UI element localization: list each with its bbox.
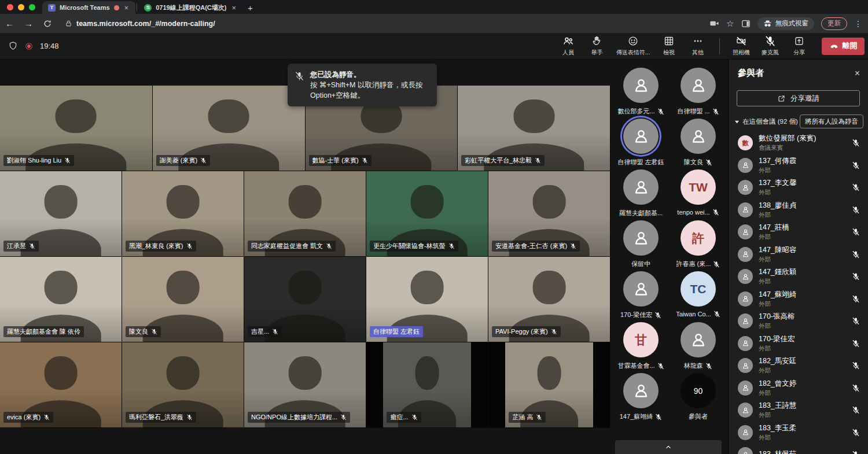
participant-mute-indicator[interactable] (852, 339, 860, 348)
minimize-window-button[interactable] (18, 4, 24, 10)
toast-line3: Option+空格鍵。 (310, 90, 422, 101)
video-tile[interactable]: 瑪利亞磐石_洪翠薇 (122, 342, 244, 428)
view-button[interactable]: 檢視 (656, 34, 682, 58)
participant-mute-indicator[interactable] (852, 317, 860, 325)
close-panel-icon[interactable]: × (855, 68, 860, 79)
participant-row[interactable]: 182_馬安廷 外部 (729, 355, 868, 377)
raise-hand-button[interactable]: 舉手 (584, 34, 610, 58)
camera-button[interactable]: 照相機 (728, 34, 755, 58)
browser-menu-icon[interactable]: ⋮ (854, 19, 862, 28)
browser-update-button[interactable]: 更新 (821, 17, 847, 30)
video-tile[interactable]: 自律聯盟 左君鈺 (366, 257, 488, 342)
tab-course-qa[interactable]: S 0719線上課程QA(C場次) × (138, 1, 243, 14)
participant-mute-indicator[interactable] (852, 250, 860, 259)
maximize-window-button[interactable] (29, 4, 35, 10)
audio-participant[interactable]: 數位部多元... (613, 68, 669, 119)
url-field[interactable]: teams.microsoft.com/_#/modern-calling/ (65, 20, 709, 28)
participant-mute-indicator[interactable] (852, 429, 860, 437)
participant-mute-indicator[interactable] (852, 183, 860, 191)
mute-all-button[interactable]: 將所有人設為靜音 (800, 115, 863, 128)
video-tile[interactable]: NGO/NPO線上數據培力課程... (244, 342, 366, 428)
participant-row[interactable]: 147_鍾欣穎 外部 (729, 265, 868, 288)
participant-row[interactable]: 147_莊橋 外部 (729, 221, 868, 243)
participant-row[interactable]: 170-張高榕 外部 (729, 310, 868, 333)
video-tile[interactable]: 吉星... (244, 257, 366, 342)
participant-mute-indicator[interactable] (852, 361, 860, 370)
camera-in-use-icon[interactable] (709, 19, 719, 28)
audio-participant[interactable]: 羅慧夫顱顏基... (613, 169, 669, 220)
participant-mute-indicator[interactable] (852, 451, 860, 454)
video-tile[interactable]: evica (來賓) (0, 342, 122, 428)
participant-mute-indicator[interactable] (852, 161, 860, 169)
video-tile[interactable]: 謝美菱 (來賓) (153, 86, 306, 171)
participant-row[interactable]: 138_廖佳貞 外部 (729, 199, 868, 222)
collapse-avatars-button[interactable] (615, 440, 722, 454)
audio-participant[interactable]: 自律聯盟 左君鈺 (613, 119, 669, 169)
forward-button[interactable]: → (19, 19, 38, 28)
audio-participant[interactable]: 170-梁佳宏 (613, 271, 669, 322)
audio-participant[interactable]: 林龍森 (671, 322, 726, 373)
close-window-button[interactable] (7, 4, 13, 10)
window-controls[interactable] (0, 0, 42, 14)
participant-row[interactable]: 137_何傳霞 外部 (729, 154, 868, 177)
meeting-status: 19:48 (0, 41, 59, 51)
people-icon (562, 35, 574, 47)
participant-mute-indicator[interactable] (852, 384, 860, 392)
video-tile[interactable]: 更生少年關懷協會-林筑螢 (366, 171, 488, 257)
audio-participant[interactable]: 147_蘇翊綺 (613, 373, 669, 424)
close-tab-icon[interactable]: × (230, 4, 237, 12)
participant-row[interactable]: 147_蘇翊綺 外部 (729, 288, 868, 311)
reactions-button[interactable]: 傳送表情符... (613, 34, 653, 58)
video-tile[interactable]: 陳文良 (122, 257, 244, 342)
video-tile[interactable]: 芷涵 高 (488, 342, 610, 428)
new-tab-button[interactable]: + (243, 3, 259, 14)
tab-microsoft-teams[interactable]: T Microsoft Teams × (42, 1, 135, 14)
audio-participant[interactable]: 陳文良 (671, 119, 726, 169)
bookmark-star-icon[interactable]: ☆ (726, 19, 734, 29)
participant-mute-indicator[interactable] (852, 228, 860, 236)
audio-participant[interactable]: 許 許春惠 (來... (671, 220, 726, 271)
participant-mute-indicator[interactable] (852, 295, 860, 303)
participant-mute-indicator[interactable] (852, 406, 860, 414)
audio-participant[interactable]: TW tenpo wei... (671, 169, 726, 220)
video-tile[interactable]: 同志家庭權益促進會 凱文 (244, 171, 366, 257)
participant-mute-indicator[interactable] (852, 206, 860, 214)
participant-row[interactable]: 137_李文馨 外部 (729, 176, 868, 199)
reload-button[interactable] (38, 20, 57, 28)
participant-mute-indicator[interactable] (852, 272, 860, 280)
audio-participant[interactable]: 保留中 (613, 220, 669, 271)
audio-participant[interactable]: 甘 甘霖基金會... (613, 322, 669, 373)
share-button[interactable]: 分享 (786, 34, 812, 58)
back-button[interactable]: ← (0, 19, 19, 28)
video-tile[interactable]: PAVI-Peggy (來賓) (488, 257, 610, 342)
participant-row[interactable]: 182_曾文婷 外部 (729, 377, 868, 400)
participant-row[interactable]: 183_林佩茹 (729, 444, 868, 454)
close-tab-icon[interactable]: × (123, 4, 130, 12)
video-tile[interactable]: 江承昱 (0, 171, 122, 257)
leave-button[interactable]: 離開 (822, 38, 865, 55)
participant-mute-indicator[interactable] (852, 139, 860, 147)
video-tile[interactable]: 安道基金會-王仁杏 (來賓) (488, 171, 610, 257)
more-button[interactable]: 其他 (685, 34, 711, 58)
in-meeting-section[interactable]: 在這個會議 (92 個) (734, 117, 798, 126)
participant-name: 許春惠 (來... (676, 260, 711, 268)
video-tile[interactable]: 彩虹平權大平台_林忠毅 (458, 86, 610, 171)
video-tile[interactable]: 劉淑翎 Shu-ling Liu (0, 86, 153, 171)
audio-participant[interactable]: 90 參與者 (671, 373, 726, 424)
audio-participant[interactable]: TC Taiwan Co... (671, 271, 726, 322)
participant-row[interactable]: 數 數位發展部 (來賓) 會議來賓 (729, 132, 868, 154)
people-button[interactable]: 人員 (555, 34, 582, 58)
video-tile[interactable]: 癒症... (366, 342, 488, 428)
video-tile[interactable]: 黑潮_林東良 (來賓) (122, 171, 244, 257)
side-panel-icon[interactable] (741, 19, 751, 28)
mic-button[interactable]: 麥克風 (757, 34, 784, 58)
video-tile[interactable]: 羅慧夫顱顏基金會 陳 依伶 (0, 257, 122, 342)
participant-row[interactable]: 183_李玉柔 外部 (729, 422, 868, 444)
participant-row[interactable]: 147_陳昭容 外部 (729, 243, 868, 266)
share-invite-button[interactable]: 分享邀請 (737, 90, 860, 106)
share-label: 分享 (793, 49, 805, 57)
audio-participant[interactable]: 自律聯盟 ... (671, 68, 726, 119)
participant-row[interactable]: 183_王詩慧 外部 (729, 399, 868, 422)
participant-meta: 138_廖佳貞 外部 (759, 201, 846, 219)
participant-row[interactable]: 170-梁佳宏 外部 (729, 333, 868, 355)
